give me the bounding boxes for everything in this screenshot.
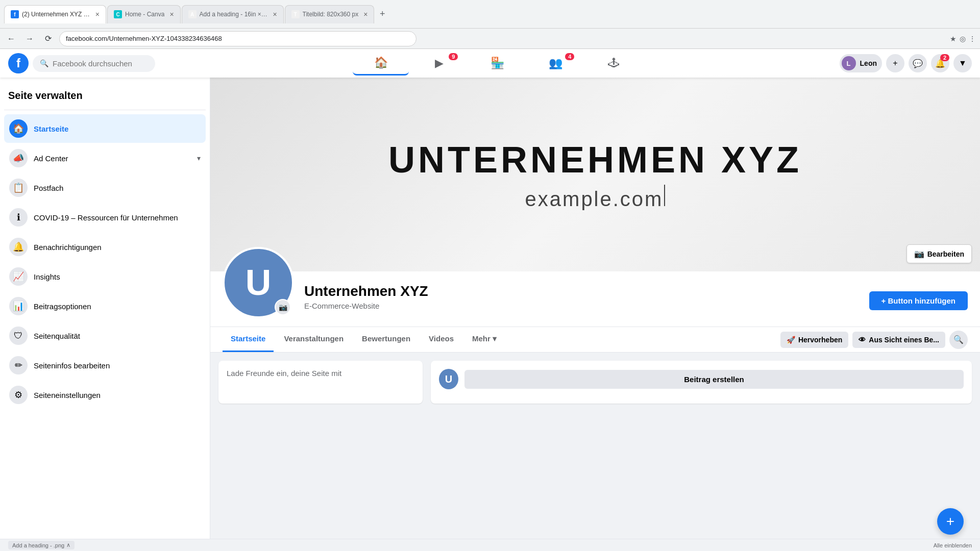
search-input[interactable] bbox=[53, 59, 144, 68]
messenger-button[interactable]: 💬 bbox=[909, 54, 927, 72]
cover-url-text: example.com bbox=[525, 188, 664, 210]
address-bar-row: ← → ⟳ facebook.com/Unternehmen-XYZ-10433… bbox=[0, 29, 980, 49]
sidebar-label-postfach: Postfach bbox=[34, 184, 201, 192]
new-tab-button[interactable]: + bbox=[375, 7, 389, 21]
sidebar-items: 🏠Startseite📣Ad Center▾📋PostfachℹCOVID-19… bbox=[4, 114, 206, 409]
page-tabs: StartseiteVeranstaltungenBewertungenVide… bbox=[210, 327, 980, 353]
bottom-bar-right: Alle einblenden bbox=[934, 542, 972, 548]
sidebar-item-seiteneinstellungen[interactable]: ⚙Seiteneinstellungen bbox=[4, 381, 206, 409]
page-tab-mehr[interactable]: Mehr ▾ bbox=[464, 327, 505, 352]
fab-button[interactable]: + bbox=[937, 508, 964, 535]
address-bar-right: ★ ◎ ⋮ bbox=[950, 35, 976, 43]
nav-groups[interactable]: 👥 4 bbox=[527, 51, 583, 76]
tab-favicon: A bbox=[188, 10, 197, 18]
search-button[interactable]: 🔍 bbox=[949, 331, 968, 349]
profile-info: U 📷 Unternehmen XYZ E-Commerce-Website +… bbox=[223, 271, 968, 318]
sidebar-item-ad-center[interactable]: 📣Ad Center▾ bbox=[4, 144, 206, 172]
plus-icon: + bbox=[946, 513, 954, 530]
sidebar-label-seitenqualitaet: Seitenqualität bbox=[34, 332, 201, 340]
sidebar-item-benachrichtigungen[interactable]: 🔔Benachrichtigungen bbox=[4, 233, 206, 261]
avatar-camera-button[interactable]: 📷 bbox=[275, 299, 291, 315]
fb-nav-center: 🏠 ▶ 9 🏪 👥 4 🕹 bbox=[159, 51, 836, 76]
create-button[interactable]: + bbox=[886, 54, 904, 72]
notifications-button[interactable]: 🔔 2 bbox=[931, 54, 949, 72]
add-button-btn[interactable]: + Button hinzufügen bbox=[869, 291, 968, 310]
nav-gaming[interactable]: 🕹 bbox=[585, 51, 642, 76]
browser-tab-tab2[interactable]: CHome - Canva× bbox=[107, 5, 181, 23]
notifications-badge: 2 bbox=[940, 54, 949, 61]
sidebar-label-ad-center: Ad Center bbox=[34, 154, 191, 163]
sidebar-label-seiteninfos: Seiteninfos bearbeiten bbox=[34, 361, 201, 370]
forward-button[interactable]: → bbox=[22, 32, 37, 46]
add-button-label: + Button hinzufügen bbox=[881, 296, 955, 305]
marketplace-icon: 🏪 bbox=[491, 57, 504, 70]
page-tab-startseite[interactable]: Startseite bbox=[223, 327, 274, 352]
eye-icon: 👁 bbox=[859, 336, 866, 344]
browser-tab-tab1[interactable]: f(2) Unternehmen XYZ | Face...× bbox=[4, 5, 106, 23]
sidebar-item-seiteninfos[interactable]: ✏Seiteninfos bearbeiten bbox=[4, 351, 206, 380]
profile-section: U 📷 Unternehmen XYZ E-Commerce-Website +… bbox=[210, 271, 980, 327]
extensions-icon[interactable]: ◎ bbox=[960, 35, 966, 43]
tab-favicon: f bbox=[11, 10, 19, 18]
nav-marketplace[interactable]: 🏪 bbox=[469, 51, 525, 76]
sidebar-item-beitragsoptionen[interactable]: 📊Beitragsoptionen bbox=[4, 292, 206, 320]
sidebar-item-insights[interactable]: 📈Insights bbox=[4, 262, 206, 291]
fb-logo: f bbox=[8, 53, 29, 73]
post-avatar: U bbox=[439, 369, 458, 389]
user-button[interactable]: L Leon bbox=[840, 54, 882, 72]
sidebar-item-startseite[interactable]: 🏠Startseite bbox=[4, 114, 206, 143]
back-button[interactable]: ← bbox=[4, 32, 18, 46]
sidebar-label-insights: Insights bbox=[34, 272, 201, 281]
sidebar-label-seiteneinstellungen: Seiteneinstellungen bbox=[34, 391, 201, 399]
dropdown-button[interactable]: ▼ bbox=[953, 54, 972, 72]
groups-badge: 4 bbox=[565, 53, 574, 60]
bottom-bar-left: Add a heading - .png ∧ bbox=[8, 541, 75, 549]
bottom-bar-file[interactable]: Add a heading - .png ∧ bbox=[8, 541, 75, 549]
reload-button[interactable]: ⟳ bbox=[41, 32, 55, 46]
fb-nav-right: L Leon + 💬 🔔 2 ▼ bbox=[840, 54, 972, 72]
file-label: Add a heading - .png bbox=[12, 542, 64, 548]
sidebar-icon-covid: ℹ bbox=[9, 208, 28, 227]
browser-tab-tab3[interactable]: AAdd a heading - 16in × 9in× bbox=[182, 5, 284, 23]
profile-name: Unternehmen XYZ bbox=[304, 283, 859, 299]
create-post-button[interactable]: Beitrag erstellen bbox=[464, 370, 964, 389]
search-icon: 🔍 bbox=[953, 335, 964, 344]
tab-close-button[interactable]: × bbox=[363, 10, 368, 18]
sidebar-label-beitragsoptionen: Beitragsoptionen bbox=[34, 302, 201, 311]
cover-url: example.com bbox=[525, 185, 666, 211]
settings-icon[interactable]: ⋮ bbox=[969, 35, 976, 43]
bookmark-icon[interactable]: ★ bbox=[950, 35, 957, 43]
hervorheben-button[interactable]: 🚀 Hervorheben bbox=[780, 332, 848, 348]
username-label: Leon bbox=[860, 59, 877, 67]
profile-avatar-wrap: U 📷 bbox=[223, 247, 294, 318]
page-tab-veranstaltungen[interactable]: Veranstaltungen bbox=[276, 327, 352, 352]
watch-badge: 9 bbox=[449, 53, 458, 60]
show-all-label: Alle einblenden bbox=[934, 542, 972, 548]
hide-icon[interactable]: ∧ bbox=[66, 542, 70, 548]
sidebar-item-postfach[interactable]: 📋Postfach bbox=[4, 173, 206, 202]
aus-sicht-button[interactable]: 👁 Aus Sicht eines Be... bbox=[852, 332, 945, 348]
bottom-bar: Add a heading - .png ∧ Alle einblenden bbox=[0, 539, 980, 551]
tab-close-button[interactable]: × bbox=[169, 10, 174, 18]
cover-company-name: UNTERNEHMEN XYZ bbox=[388, 139, 802, 181]
sidebar-item-covid[interactable]: ℹCOVID-19 – Ressourcen für Unternehmen bbox=[4, 203, 206, 232]
tab-close-button[interactable]: × bbox=[95, 10, 100, 18]
messenger-icon: 💬 bbox=[913, 59, 923, 68]
nav-home[interactable]: 🏠 bbox=[353, 51, 409, 76]
bottom-content: Lade Freunde ein, deine Seite mit U Beit… bbox=[210, 353, 980, 412]
page-tab-videos[interactable]: Videos bbox=[421, 327, 462, 352]
edit-cover-button[interactable]: 📷 Bearbeiten bbox=[906, 244, 972, 263]
sidebar-icon-benachrichtigungen: 🔔 bbox=[9, 238, 28, 256]
avatar: L bbox=[842, 56, 856, 70]
sidebar-item-seitenqualitaet[interactable]: 🛡Seitenqualität bbox=[4, 321, 206, 350]
page-tab-bewertungen[interactable]: Bewertungen bbox=[354, 327, 419, 352]
nav-watch[interactable]: ▶ 9 bbox=[411, 51, 467, 76]
sidebar-icon-ad-center: 📣 bbox=[9, 149, 28, 167]
tab-close-button[interactable]: × bbox=[273, 10, 277, 18]
address-bar[interactable]: facebook.com/Unternehmen-XYZ-10433823463… bbox=[59, 31, 416, 46]
browser-tab-tab4[interactable]: TTitelbild: 820x360 px× bbox=[285, 5, 375, 23]
hervorheben-label: Hervorheben bbox=[798, 336, 842, 344]
sidebar-icon-beitragsoptionen: 📊 bbox=[9, 297, 28, 315]
avatar-letter: U bbox=[246, 262, 272, 303]
fb-search-bar[interactable]: 🔍 bbox=[33, 55, 155, 72]
